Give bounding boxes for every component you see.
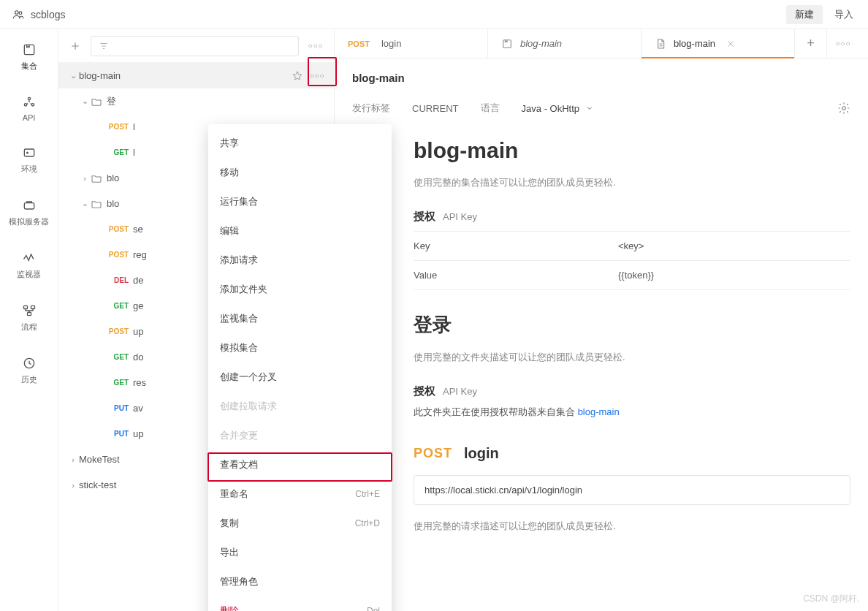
caret-right-icon: › <box>67 455 79 464</box>
table-row: Key <key> <box>414 231 850 261</box>
api-icon <box>22 95 37 110</box>
doc-body: blog-main 使用完整的集合描述可以让您的团队成员更轻松. 授权 API … <box>335 124 868 582</box>
menu-duplicate[interactable]: 复制Ctrl+D <box>208 509 392 538</box>
document-icon <box>655 38 666 50</box>
menu-view-docs[interactable]: 查看文档 <box>208 450 392 479</box>
svg-point-4 <box>24 104 26 106</box>
rail-label: 流程 <box>21 322 37 333</box>
endpoint-url[interactable]: https://local.sticki.cn/api/v1/login/log… <box>414 475 850 505</box>
new-button[interactable]: 新建 <box>786 5 823 24</box>
tabs-more-button[interactable]: ○○○ <box>827 29 859 58</box>
lang-label: 语言 <box>481 102 500 115</box>
endpoint-method: POST <box>414 446 452 461</box>
method-badge: PUT <box>101 404 129 412</box>
flow-icon <box>22 303 37 318</box>
doc-header: blog-main <box>335 58 868 93</box>
collection-sidebar: ○○○ ⌄ blog-main ○○○ ⌄ 登 POST l <box>58 29 335 611</box>
folder-heading: 登录 <box>414 312 850 338</box>
rail-label: 历史 <box>21 374 37 385</box>
method-badge: GET <box>101 353 129 361</box>
filter-icon <box>99 41 109 51</box>
menu-share[interactable]: 共享 <box>208 129 392 158</box>
doc-panel: blog-main 发行标签 CURRENT 语言 Java - OkHttp … <box>335 58 868 611</box>
method-badge: POST <box>101 327 129 335</box>
folder-icon <box>91 198 102 210</box>
workspace-name: scblogs <box>31 9 65 20</box>
menu-delete[interactable]: 删除Del <box>208 596 392 611</box>
menu-mock[interactable]: 模拟集合 <box>208 333 392 363</box>
caret-right-icon: › <box>79 174 91 183</box>
rail-api[interactable]: API <box>7 91 51 126</box>
monitor-icon <box>22 251 37 265</box>
folder-auth-link[interactable]: blog-main <box>578 406 620 417</box>
svg-point-5 <box>31 104 34 106</box>
doc-h1: blog-main <box>414 138 850 163</box>
rail-label: 集合 <box>21 61 37 72</box>
svg-rect-10 <box>31 306 34 308</box>
svg-point-0 <box>15 10 19 14</box>
method-badge: GET <box>101 379 129 387</box>
import-button[interactable]: 导入 <box>826 5 862 24</box>
svg-point-14 <box>842 107 846 110</box>
rail-monitor[interactable]: 监视器 <box>7 246 51 284</box>
tab-doc[interactable]: blog-main <box>642 29 795 58</box>
rail-mock[interactable]: 模拟服务器 <box>7 194 51 232</box>
chevron-down-icon <box>585 104 594 113</box>
rail-collections[interactable]: 集合 <box>7 38 51 76</box>
rail-label: 监视器 <box>17 269 41 280</box>
release-value[interactable]: CURRENT <box>412 103 459 114</box>
auth-kv-table: Key <key> Value {{token}} <box>414 231 850 290</box>
watermark: CSDN @阿杆. <box>803 593 859 605</box>
gear-icon[interactable] <box>837 102 850 115</box>
filter-input[interactable] <box>91 36 299 56</box>
table-row: Value {{token}} <box>414 261 850 290</box>
menu-roles[interactable]: 管理角色 <box>208 567 392 596</box>
endpoint-heading: POST login <box>414 445 850 462</box>
folder-icon <box>91 96 102 107</box>
mock-icon <box>22 198 37 213</box>
menu-fork[interactable]: 创建一个分叉 <box>208 363 392 392</box>
plus-icon <box>69 40 81 52</box>
svg-rect-6 <box>24 149 34 156</box>
main-layout: 集合 API 环境 模拟服务器 监视器 流程 历史 <box>0 29 868 611</box>
rail-env[interactable]: 环境 <box>7 141 51 179</box>
tree-root-blog-main[interactable]: ⌄ blog-main ○○○ <box>58 63 334 88</box>
menu-rename[interactable]: 重命名Ctrl+E <box>208 479 392 509</box>
menu-edit[interactable]: 编辑 <box>208 216 392 246</box>
rail-history[interactable]: 历史 <box>7 352 51 390</box>
language-picker[interactable]: Java - OkHttp <box>522 103 594 114</box>
new-tab-button[interactable]: + <box>795 29 827 58</box>
star-icon[interactable] <box>292 70 303 82</box>
method-badge: GET <box>101 148 129 156</box>
tab-request-login[interactable]: POST login <box>335 29 488 58</box>
sidebar-more-button[interactable]: ○○○ <box>305 36 327 56</box>
menu-export[interactable]: 导出 <box>208 538 392 567</box>
history-icon <box>22 356 37 371</box>
menu-move[interactable]: 移动 <box>208 158 392 187</box>
row-more-button[interactable]: ○○○ <box>306 66 328 86</box>
folder-icon <box>91 172 102 184</box>
doc-collection-title: blog-main <box>352 72 405 84</box>
rail-flow[interactable]: 流程 <box>7 299 51 337</box>
header-actions: 新建 导入 <box>786 5 862 24</box>
rail-label: API <box>23 113 36 122</box>
collection-context-menu: 共享 移动 运行集合 编辑 添加请求 添加文件夹 监视集合 模拟集合 创建一个分… <box>208 124 392 611</box>
method-badge: POST <box>101 123 129 131</box>
method-badge: PUT <box>101 430 129 438</box>
add-collection-button[interactable] <box>66 37 85 56</box>
people-icon <box>12 8 25 21</box>
menu-run[interactable]: 运行集合 <box>208 187 392 216</box>
svg-point-1 <box>19 11 22 14</box>
workspace-switcher[interactable]: scblogs <box>12 8 65 21</box>
menu-add-folder[interactable]: 添加文件夹 <box>208 275 392 304</box>
method-badge: POST <box>348 39 370 48</box>
content-area: POST login blog-main blog-main + ○○○ blo… <box>335 29 868 611</box>
doc-collection-desc: 使用完整的集合描述可以让您的团队成员更轻松. <box>414 176 850 189</box>
tab-overview[interactable]: blog-main <box>488 29 642 58</box>
tree-folder[interactable]: ⌄ 登 <box>58 88 334 114</box>
collection-icon <box>22 42 37 57</box>
menu-add-request[interactable]: 添加请求 <box>208 246 392 275</box>
menu-monitor[interactable]: 监视集合 <box>208 304 392 333</box>
svg-point-7 <box>26 152 28 153</box>
close-icon[interactable] <box>726 39 736 49</box>
